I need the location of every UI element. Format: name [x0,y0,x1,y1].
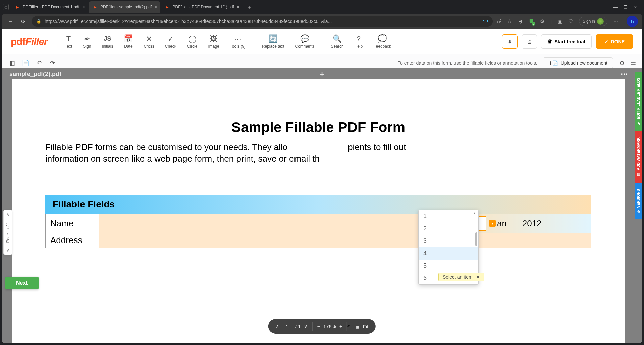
zoom-out-button[interactable]: − [317,324,320,329]
scroll-up-icon[interactable]: ▲ [473,211,476,215]
tab-1[interactable]: ▶ PDFfiller - PDF Document 1.pdf × [11,1,88,13]
download-button[interactable]: ⬇ [502,34,518,49]
tool-comments[interactable]: 💬Comments [290,29,320,54]
dropdown-item-1[interactable]: 1 [419,210,478,222]
refresh-button[interactable]: ⟳ [19,18,28,25]
doc-menu-button[interactable]: ⋯ [621,70,629,78]
tool-cross[interactable]: ✕Cross [138,29,159,54]
canvas-scroll[interactable]: Sample Fillable PDF Form Fillable PDF fo… [2,79,635,343]
logo[interactable]: pdfFiller [11,36,47,47]
undo-button[interactable]: ↶ [35,59,43,67]
signin-label: Sign in [583,19,595,24]
back-button[interactable]: ← [6,18,15,24]
performance-icon[interactable]: ♡ [569,18,573,24]
search-icon: 🔍 [333,34,342,43]
image-icon: 🖼 [210,34,217,43]
address-field[interactable] [99,233,591,248]
edit-fields-rail[interactable]: ✎EDIT FILLABLE FIELDS [635,72,642,131]
tabs: ▶ PDFfiller - PDF Document 1.pdf × ▶ PDF… [11,1,609,13]
start-trial-button[interactable]: ♛Start free trial [541,34,592,49]
hint-label: Select an item [443,274,473,280]
tab-3[interactable]: ▶ PDFfiller - PDF Document 1(1).pdf × [161,1,243,13]
tool-image[interactable]: 🖼Image [203,29,224,54]
tool-sign[interactable]: ✒Sign [77,29,96,54]
doc-add-icon[interactable]: 📄 [21,59,30,67]
dropdown-item-3[interactable]: 3 [419,235,478,247]
url-bar[interactable]: 🔒 https://www.pdffiller.com/jsfiller-des… [32,16,493,27]
tool-replace-text[interactable]: 🔄Replace text [257,29,290,54]
tool-check[interactable]: ✓Check [160,29,182,54]
separator [323,34,323,49]
minimize-icon[interactable]: ― [613,5,618,10]
para-frag-a: Fillable PDF forms can be customised to … [45,142,287,152]
new-tab-button[interactable]: ＋ [244,3,255,11]
next-field-button[interactable]: Next [5,277,39,289]
read-aloud-icon[interactable]: A⁾ [497,18,501,24]
tool-text[interactable]: TText [59,29,77,54]
month-field[interactable]: ▾an [489,218,507,229]
lock-icon: 🔒 [36,19,41,24]
tool-date[interactable]: 📅Date [118,29,138,54]
main-toolbar: pdfFiller TText ✒Sign JSInitials 📅Date ✕… [2,29,642,54]
sign-icon: ✒ [84,34,90,43]
menu-icon[interactable]: ⋯ [613,18,619,24]
panel-toggle-icon[interactable]: ▢ [3,4,9,10]
document-filename: sample_pdf(2).pdf [9,71,61,78]
extensions-icon[interactable]: ⚙ [540,18,544,24]
zoom-in-button[interactable]: + [339,324,342,329]
address-bar-row: ← ⟳ 🔒 https://www.pdffiller.com/jsfiller… [2,14,642,29]
history-controls: ◧ 📄 ↶ ↷ [8,59,56,67]
settings-icon[interactable]: ⚙ [619,59,625,67]
table-row: Address [46,233,591,248]
tab-2[interactable]: ▶ PDFfiller - sample_pdf(2).pdf × [89,1,161,13]
tool-search[interactable]: 🔍Search [326,29,349,54]
favorite-icon[interactable]: ☆ [507,18,512,24]
more-icon: ⋯ [234,34,241,43]
para-frag-b: pients to fill out [348,142,406,152]
chevron-down-icon[interactable]: ∨ [4,246,12,255]
close-icon[interactable]: × [82,4,85,10]
chevron-down-icon[interactable]: ∨ [304,324,307,329]
close-icon[interactable]: × [154,4,157,10]
tracking-shield-icon[interactable]: ⛨ [518,19,523,24]
chevron-up-icon[interactable]: ∧ [276,324,279,329]
page-input[interactable] [282,324,292,329]
tool-circle[interactable]: ◯Circle [182,29,203,54]
scrollbar-thumb[interactable] [475,232,477,246]
signin-button[interactable]: Sign in [579,17,607,26]
upload-document-button[interactable]: ⬆📄 Upload new document [543,57,613,69]
bing-icon[interactable]: b [627,16,638,27]
dropdown-item-2[interactable]: 2 [419,222,478,235]
chevron-up-icon[interactable]: ∧ [4,210,12,219]
check-icon: ✓ [168,34,174,43]
tool-initials[interactable]: JSInitials [96,29,118,54]
list-icon[interactable]: ☰ [631,59,636,67]
fit-icon[interactable]: ▣ [355,324,360,329]
adblock-shield-icon[interactable]: ⛊ [529,19,534,24]
tool-more[interactable]: ⋯Tools (9) [225,29,251,54]
tag-icon[interactable]: 🏷 [483,18,488,24]
panel-icon[interactable]: ◧ [8,59,16,67]
done-button[interactable]: ✓DONE [596,34,633,49]
dropdown-item-5[interactable]: 5 [419,260,478,272]
tool-help[interactable]: ?Help [349,29,368,54]
maximize-icon[interactable]: ❐ [624,5,628,10]
divider [347,322,347,331]
watermark-rail[interactable]: ▤ADD WATERMARK [635,131,642,183]
add-page-button[interactable]: ＋ [318,69,326,79]
print-button[interactable]: 🖨 [522,34,537,49]
close-icon[interactable]: × [237,4,239,10]
redo-button[interactable]: ↷ [48,59,56,67]
zoom-level: 176% [323,324,336,329]
tool-group-annotate: TText ✒Sign JSInitials 📅Date ✕Cross ✓Che… [59,29,251,54]
dropdown-icon: ▾ [489,220,496,227]
dropdown-item-4[interactable]: 4 [419,247,478,260]
close-hint-icon[interactable]: ✕ [476,274,480,280]
tool-feedback[interactable]: 💭Feedback [368,29,396,54]
collections-icon[interactable]: ▣ [558,18,562,24]
crown-icon: ♛ [547,38,552,45]
name-field[interactable] [99,214,427,233]
hint-text: To enter data on this form, use the fill… [398,60,537,66]
versions-rail[interactable]: ⟳VERSIONS [635,183,642,219]
close-window-icon[interactable]: ✕ [634,5,637,10]
